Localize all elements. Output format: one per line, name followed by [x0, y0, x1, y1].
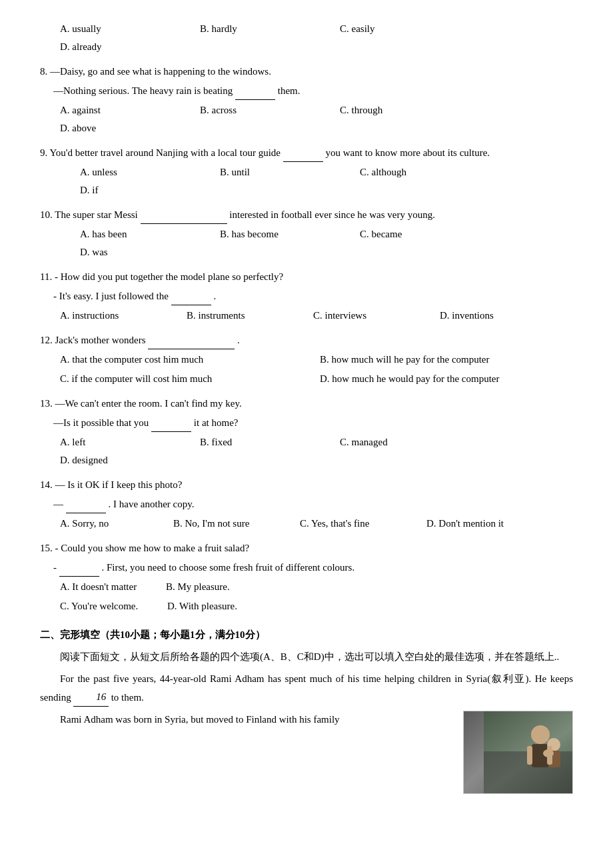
svg-point-9	[543, 749, 554, 757]
q9-option-b: B. until	[220, 163, 340, 181]
q8-option-c: C. through	[340, 101, 460, 119]
q13-option-b: B. fixed	[200, 433, 320, 451]
q9-text-end: you want to know more about its culture.	[325, 147, 490, 158]
q12-block: 12. Jack's mother wonders . A. that the …	[40, 331, 573, 388]
q14-dialog2: — . I have another copy.	[53, 495, 573, 513]
q11-option-c: C. interviews	[313, 307, 420, 325]
q12-option-a: A. that the computer cost him much	[60, 351, 313, 369]
q13-option-a: A. left	[60, 433, 180, 451]
passage-para1: For the past five years, 44-year-old Ram…	[40, 670, 573, 707]
q12-option-b: B. how much will he pay for the computer	[320, 351, 573, 369]
q14-block: 14. — Is it OK if I keep this photo? — .…	[40, 476, 573, 533]
q14-dialog1: 14. — Is it OK if I keep this photo?	[40, 476, 573, 494]
q9-text: You'd better travel around Nanjing with …	[49, 147, 281, 158]
q11-options: A. instructions B. instruments C. interv…	[60, 307, 573, 325]
para1-end: to them.	[111, 692, 144, 703]
q15-blank	[59, 564, 99, 577]
q10-option-c: C. became	[360, 225, 480, 243]
q11-dialog2: - It's easy. I just followed the .	[53, 287, 573, 305]
svg-rect-7	[527, 746, 532, 765]
q14-number: 14.	[40, 479, 53, 490]
q7-option-a: A. usually	[60, 20, 180, 38]
q14-dialog2-text: —	[53, 499, 63, 509]
q15-dialog2-text: -	[53, 562, 57, 573]
q11-number: 11.	[40, 271, 52, 282]
q13-dialog2: —Is it possible that you it at home?	[53, 414, 573, 432]
q15-option-d: D. With pleasure.	[167, 601, 237, 611]
q8-dialog1-text: —Daisy, go and see what is happening to …	[50, 66, 271, 77]
q11-option-a: A. instructions	[60, 307, 167, 325]
q12-number: 12.	[40, 335, 53, 345]
q10-blank	[141, 211, 227, 224]
q14-option-b: B. No, I'm not sure	[173, 515, 280, 533]
q14-dialog1-text: — Is it OK if I keep this photo?	[55, 479, 183, 490]
q10-block: 10. The super star Messi interested in f…	[40, 206, 573, 261]
q8-number: 8.	[40, 66, 47, 77]
q10-text: The super star Messi	[55, 209, 138, 220]
q9-blank	[283, 149, 323, 162]
q11-blank	[171, 293, 211, 305]
q14-dialog2-end: . I have another copy.	[109, 499, 195, 509]
passage-para2: Rami Adham was born in Syria, but moved …	[40, 711, 573, 799]
passage-block: For the past five years, 44-year-old Ram…	[40, 670, 573, 799]
q7-option-b: B. hardly	[200, 20, 320, 38]
q9-option-d: D. if	[80, 181, 200, 199]
q12-option-d: D. how much he would pay for the compute…	[320, 370, 573, 388]
q8-dialog2-end: them.	[278, 85, 301, 96]
q11-dialog1-text: - How did you put together the model pla…	[55, 271, 283, 282]
q11-option-d: D. inventions	[440, 307, 546, 325]
photo-svg	[484, 711, 572, 793]
q12-text-end: .	[237, 335, 240, 345]
q8-dialog1: 8. —Daisy, go and see what is happening …	[40, 63, 573, 81]
q13-block: 13. —We can't enter the room. I can't fi…	[40, 395, 573, 469]
blank-16: 16	[73, 688, 109, 707]
photo-image	[464, 711, 572, 793]
q11-block: 11. - How did you put together the model…	[40, 268, 573, 325]
q8-option-b: B. across	[200, 101, 320, 119]
q8-dialog2-text: —Nothing serious. The heavy rain is beat…	[53, 85, 233, 96]
q7-options-row: A. usually B. hardly C. easily D. alread…	[40, 20, 573, 56]
q14-options: A. Sorry, no B. No, I'm not sure C. Yes,…	[60, 515, 573, 533]
q10-option-d: D. was	[80, 243, 200, 261]
q15-dialog1-text: - Could you show me how to make a fruit …	[55, 543, 250, 553]
svg-point-3	[531, 725, 550, 744]
q15-block: 15. - Could you show me how to make a fr…	[40, 539, 573, 615]
q13-dialog1-text: —We can't enter the room. I can't find m…	[55, 398, 242, 409]
q10-option-a: A. has been	[80, 225, 200, 243]
q10-number: 10.	[40, 209, 53, 220]
q15-option-a: A. It doesn't matter	[60, 581, 137, 592]
para2-photo-after: his family	[299, 714, 339, 725]
q8-option-d: D. above	[60, 119, 180, 137]
q12-blank	[148, 337, 235, 349]
q11-dialog2-end: .	[213, 291, 216, 301]
q10-option-b: B. has become	[220, 225, 340, 243]
q7-options: A. usually B. hardly C. easily D. alread…	[60, 20, 573, 56]
q10-text-end: interested in football ever since he was…	[229, 209, 435, 220]
q15-number: 15.	[40, 543, 53, 553]
q8-block: 8. —Daisy, go and see what is happening …	[40, 63, 573, 137]
q9-number: 9.	[40, 147, 47, 158]
q12-option-c: C. if the computer will cost him much	[60, 370, 313, 388]
q11-option-b: B. instruments	[187, 307, 293, 325]
q8-blank	[235, 87, 275, 100]
q15-options: A. It doesn't matter B. My pleasure. C. …	[60, 578, 573, 615]
q13-number: 13.	[40, 398, 53, 409]
q15-option-b: B. My pleasure.	[166, 581, 230, 592]
q11-dialog1: 11. - How did you put together the model…	[40, 268, 573, 286]
q8-options: A. against B. across C. through D. above	[60, 101, 573, 137]
q15-option-c: C. You're welcome.	[60, 601, 138, 611]
q7-option-c: C. easily	[340, 20, 460, 38]
q15-dialog1: 15. - Could you show me how to make a fr…	[40, 539, 573, 557]
section2-title: 二、完形填空（共10小题；每小题1分，满分10分）	[40, 626, 573, 644]
q9-block: 9. You'd better travel around Nanjing wi…	[40, 144, 573, 199]
q13-dialog2-text: —Is it possible that you	[53, 417, 149, 428]
q14-option-a: A. Sorry, no	[60, 515, 153, 533]
q8-option-a: A. against	[60, 101, 180, 119]
q15-dialog2: - . First, you need to choose some fresh…	[53, 559, 573, 577]
para2-start-text: Rami Adham was born in Syria, but moved …	[60, 714, 297, 725]
section2-instruction: 阅读下面短文，从短文后所给各题的四个选项(A、B、C和D)中，选出可以填入空白处…	[40, 648, 573, 666]
q13-options: A. left B. fixed C. managed D. designed	[60, 433, 573, 469]
q9-line: 9. You'd better travel around Nanjing wi…	[40, 144, 573, 162]
q14-option-d: D. Don't mention it	[426, 515, 533, 533]
q12-options: A. that the computer cost him much B. ho…	[60, 351, 573, 388]
